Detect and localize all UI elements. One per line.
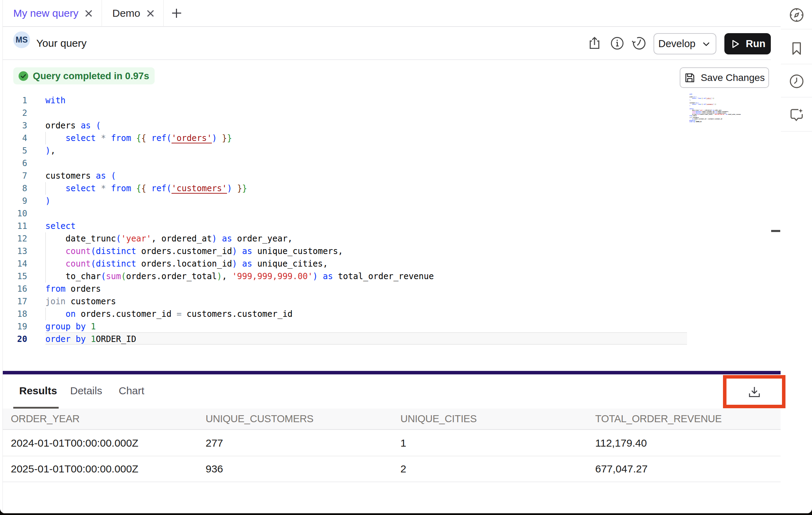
save-label: Save Changes — [701, 72, 765, 83]
info-button[interactable] — [609, 27, 625, 59]
code-line-18[interactable]: 18 on orders.customer_id = customers.cus… — [3, 308, 771, 320]
code-line-17[interactable]: 17join customers — [3, 295, 771, 308]
code-token: ) — [45, 146, 50, 156]
tab-label: My new query — [13, 7, 79, 19]
code-line-13[interactable]: 13 count(distinct orders.customer_id) as… — [3, 245, 771, 258]
code-line-4[interactable]: 4 select * from {{ ref('orders') }} — [3, 132, 771, 144]
run-button[interactable]: Run — [724, 33, 771, 54]
code-token: to_char — [45, 271, 101, 281]
develop-dropdown[interactable]: Develop — [654, 33, 716, 54]
save-changes-button[interactable]: Save Changes — [680, 67, 769, 88]
column-header-order_year[interactable]: ORDER_YEAR — [11, 409, 80, 429]
code-token: with — [45, 96, 66, 105]
code-token: customers — [45, 171, 96, 181]
history-panel-button[interactable] — [781, 73, 812, 89]
code-token: from — [45, 284, 66, 294]
code-token: '999,999,999.00' — [232, 271, 313, 281]
tab-chart[interactable]: Chart — [119, 374, 144, 407]
table-cell: 112,179.40 — [595, 431, 647, 456]
code-text: select * from {{ ref('customers') }} — [45, 182, 247, 195]
table-cell: 1 — [400, 431, 406, 456]
column-header-unique_customers[interactable]: UNIQUE_CUSTOMERS — [206, 409, 313, 429]
query-header: MS Your query Develop — [3, 27, 771, 60]
table-row[interactable]: 2024-01-01T00:00:00.000Z2771112,179.40 — [3, 431, 781, 456]
code-line-2[interactable]: 2 — [3, 107, 771, 119]
code-line-7[interactable]: 7customers as ( — [3, 170, 771, 182]
run-label: Run — [746, 38, 765, 50]
line-number: 8 — [3, 182, 27, 195]
explore-button[interactable] — [781, 7, 812, 23]
code-token: ) — [232, 259, 237, 269]
tab-details[interactable]: Details — [70, 374, 102, 407]
column-header-unique_cities[interactable]: UNIQUE_CITIES — [400, 409, 477, 429]
share-button[interactable] — [586, 27, 603, 59]
code-line-16[interactable]: 16from orders — [3, 283, 771, 295]
code-token: distinct — [96, 259, 136, 269]
code-token: as — [242, 259, 252, 269]
code-token: } — [242, 184, 247, 193]
code-line-8[interactable]: 8 select * from {{ ref('customers') }} — [3, 182, 771, 195]
code-token: ) — [232, 246, 237, 256]
code-text: order by 1ORDER_ID — [45, 333, 136, 345]
code-token: as — [242, 246, 252, 256]
tab-demo[interactable]: Demo — [102, 0, 164, 26]
code-token: ( — [111, 171, 116, 181]
history-button[interactable] — [631, 27, 647, 59]
code-line-20[interactable]: 20order by 1ORDER_ID — [3, 333, 771, 345]
app-window: My new query Demo MS Your query — [0, 0, 812, 513]
code-token: as — [323, 271, 333, 281]
code-token — [96, 133, 101, 143]
code-token: group by — [45, 322, 86, 331]
code-token — [318, 271, 323, 281]
line-number: 13 — [3, 245, 27, 258]
code-line-10[interactable]: 10 — [3, 207, 771, 220]
tab-label: Chart — [119, 385, 144, 397]
close-icon[interactable] — [85, 9, 93, 17]
code-token: * — [101, 184, 106, 193]
code-token: select — [66, 133, 96, 143]
minimap[interactable]: withorders as ( select * from {{ ref('or… — [689, 94, 768, 122]
panel-divider[interactable] — [3, 371, 781, 374]
code-token: total_order_revenue — [333, 271, 434, 281]
column-header-total_order_revenue[interactable]: TOTAL_ORDER_REVENUE — [595, 409, 722, 429]
code-line-14[interactable]: 14 count(distinct orders.location_id) as… — [3, 258, 771, 270]
code-token: ( — [91, 259, 96, 269]
code-text: group by 1 — [45, 320, 96, 333]
code-token: count — [66, 246, 91, 256]
code-line-3[interactable]: 3orders as ( — [3, 119, 771, 132]
plus-icon — [172, 9, 181, 18]
code-token: } — [237, 184, 242, 193]
bookmark-button[interactable] — [781, 40, 812, 57]
line-number: 17 — [3, 295, 27, 308]
code-line-1[interactable]: 1with — [3, 94, 771, 107]
table-cell: 2 — [400, 456, 406, 482]
code-text: ), — [45, 144, 56, 157]
code-line-6[interactable]: 6 — [3, 157, 771, 170]
table-row[interactable]: 2025-01-01T00:00:00.000Z9362677,047.27 — [3, 456, 781, 482]
tab-label: Results — [19, 385, 57, 397]
code-token — [237, 259, 242, 269]
code-token: ) — [217, 271, 222, 281]
tab-results[interactable]: Results — [19, 374, 57, 407]
code-line-11[interactable]: 11select — [3, 220, 771, 232]
code-token — [45, 246, 66, 256]
code-line-15[interactable]: 15 to_char(sum(orders.order_total), '999… — [3, 270, 771, 283]
page-title: Your query — [36, 27, 87, 59]
code-token: ( — [116, 234, 121, 244]
line-number: 10 — [3, 207, 27, 220]
code-line-19[interactable]: 19group by 1 — [3, 320, 771, 333]
code-line-9[interactable]: 9) — [3, 195, 771, 207]
sql-editor[interactable]: 1with23orders as (4 select * from {{ ref… — [3, 88, 781, 371]
ai-chat-button[interactable] — [781, 106, 812, 123]
code-token: ) — [45, 196, 50, 206]
code-token: { — [141, 184, 146, 193]
tab-my-new-query[interactable]: My new query — [3, 0, 102, 26]
code-token — [96, 184, 101, 193]
close-icon[interactable] — [147, 9, 154, 17]
code-line-12[interactable]: 12 date_trunc('year', ordered_at) as ord… — [3, 232, 771, 245]
code-line-5[interactable]: 5), — [3, 144, 771, 157]
code-token: ref — [151, 133, 166, 143]
code-token: = — [177, 309, 182, 319]
new-tab-button[interactable] — [164, 0, 190, 26]
code-token — [106, 171, 111, 181]
